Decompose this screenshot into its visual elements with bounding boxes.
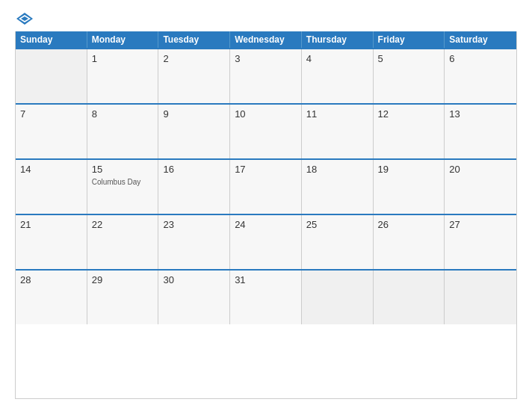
day-header-thursday: Thursday: [302, 31, 374, 48]
day-event: Columbus Day: [92, 177, 154, 187]
day-number: 29: [92, 274, 154, 285]
calendar-cell: 19: [374, 160, 445, 214]
day-number: 9: [163, 108, 225, 120]
calendar-cell: 3: [230, 49, 302, 103]
day-number: 26: [378, 219, 440, 230]
calendar-cell: 9: [158, 105, 230, 158]
day-number: 21: [20, 219, 82, 230]
day-number: 12: [378, 108, 440, 120]
day-number: 17: [235, 164, 297, 175]
day-header-friday: Friday: [374, 31, 445, 48]
day-number: 10: [235, 108, 297, 120]
calendar-cell: 11: [302, 105, 374, 158]
header: [15, 12, 517, 25]
day-number: 6: [449, 53, 512, 64]
calendar-cell: 27: [445, 215, 516, 269]
day-number: 27: [449, 219, 512, 230]
calendar-cell: 30: [158, 271, 230, 324]
calendar-cell: 6: [445, 49, 516, 103]
day-number: 30: [163, 274, 225, 285]
calendar-cell: 13: [445, 105, 516, 158]
day-number: 3: [235, 53, 297, 64]
day-number: 11: [306, 108, 368, 120]
calendar-cell: 22: [87, 215, 159, 269]
calendar-cell: [445, 271, 516, 324]
day-number: 16: [163, 164, 225, 175]
day-number: 18: [306, 164, 368, 175]
calendar-page: SundayMondayTuesdayWednesdayThursdayFrid…: [0, 0, 532, 411]
calendar-cell: 1: [87, 49, 159, 103]
calendar-cell: 26: [374, 215, 445, 269]
calendar-cell: 25: [302, 215, 374, 269]
calendar-cell: 4: [302, 49, 374, 103]
calendar-cell: 15Columbus Day: [87, 160, 159, 214]
calendar-week-3: 1415Columbus Day1617181920: [16, 158, 516, 214]
day-number: 23: [163, 219, 225, 230]
calendar-cell: [374, 271, 445, 324]
calendar-header: SundayMondayTuesdayWednesdayThursdayFrid…: [16, 31, 516, 48]
day-header-wednesday: Wednesday: [230, 31, 302, 48]
calendar-cell: 7: [16, 105, 87, 158]
day-number: 7: [20, 108, 82, 120]
calendar-cell: 17: [230, 160, 302, 214]
calendar-week-5: 28293031: [16, 269, 516, 324]
calendar-cell: 12: [374, 105, 445, 158]
logo: [15, 12, 33, 25]
day-number: 15: [92, 164, 154, 175]
day-number: 20: [449, 164, 512, 175]
calendar-week-4: 21222324252627: [16, 214, 516, 269]
calendar-cell: [16, 49, 87, 103]
day-header-monday: Monday: [87, 31, 159, 48]
calendar-cell: [302, 271, 374, 324]
calendar-body: 123456789101112131415Columbus Day1617181…: [16, 48, 516, 324]
calendar-cell: 18: [302, 160, 374, 214]
day-number: 25: [306, 219, 368, 230]
calendar-cell: 29: [87, 271, 159, 324]
calendar-week-2: 78910111213: [16, 103, 516, 158]
day-number: 19: [378, 164, 440, 175]
day-number: 2: [163, 53, 225, 64]
day-number: 4: [306, 53, 368, 64]
day-header-saturday: Saturday: [445, 31, 516, 48]
day-number: 24: [235, 219, 297, 230]
day-number: 1: [92, 53, 154, 64]
day-number: 31: [235, 274, 297, 285]
calendar-cell: 5: [374, 49, 445, 103]
day-number: 14: [20, 164, 82, 175]
calendar-cell: 31: [230, 271, 302, 324]
day-header-tuesday: Tuesday: [158, 31, 230, 48]
calendar-cell: 21: [16, 215, 87, 269]
calendar: SundayMondayTuesdayWednesdayThursdayFrid…: [15, 31, 517, 399]
calendar-cell: 16: [158, 160, 230, 214]
calendar-cell: 8: [87, 105, 159, 158]
calendar-cell: 20: [445, 160, 516, 214]
day-header-sunday: Sunday: [16, 31, 87, 48]
day-number: 13: [449, 108, 512, 120]
calendar-cell: 14: [16, 160, 87, 214]
calendar-cell: 24: [230, 215, 302, 269]
calendar-cell: 10: [230, 105, 302, 158]
calendar-cell: 2: [158, 49, 230, 103]
day-number: 28: [20, 274, 82, 285]
calendar-cell: 23: [158, 215, 230, 269]
calendar-week-1: 123456: [16, 48, 516, 103]
logo-flag-icon: [16, 12, 33, 25]
day-number: 5: [378, 53, 440, 64]
day-number: 8: [92, 108, 154, 120]
calendar-cell: 28: [16, 271, 87, 324]
day-number: 22: [92, 219, 154, 230]
